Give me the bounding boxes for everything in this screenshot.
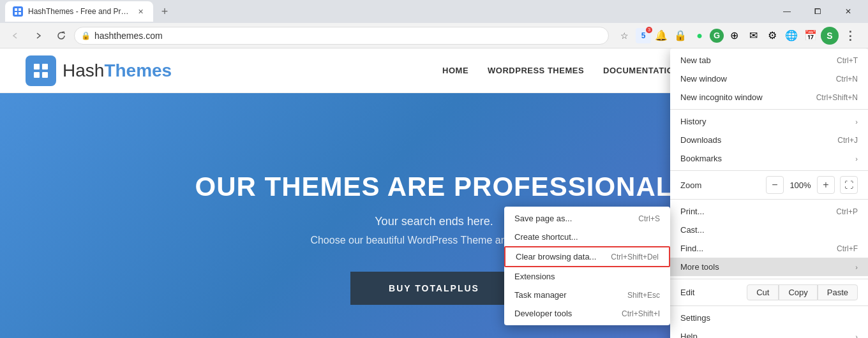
new-tab-button[interactable]: + [156,3,174,20]
paste-button[interactable]: Paste [818,284,858,300]
logo-icon [26,55,56,86]
menu-find[interactable]: Find... Ctrl+F [670,239,868,258]
menu-settings[interactable]: Settings [670,309,868,327]
ext-icon-10[interactable]: 📅 [802,27,819,45]
submenu-clear-browsing[interactable]: Clear browsing data... Ctrl+Shift+Del [504,246,670,267]
extensions-area: ☆ 5 3 🔔 🔒 ● G ⊕ ✉ ⚙ 🌐 📅 S ⋮ [611,26,863,46]
site-logo: HashThemes [26,55,172,86]
bookmark-star-button[interactable]: ☆ [614,26,634,46]
chrome-menu-button[interactable]: ⋮ [840,26,860,46]
hero-cta-button[interactable]: BUY TOTALPLUS [350,272,518,305]
zoom-control: Zoom − 100% + ⛶ [670,173,868,196]
reload-button[interactable] [51,26,71,46]
content-area: HashThemes HOME WORDPRESS THEMES DOCUMEN… [0,48,868,338]
ext-icon-9[interactable]: 🌐 [782,27,800,45]
menu-history[interactable]: History › [670,112,868,131]
ext-icon-8[interactable]: ⚙ [763,27,781,45]
menu-divider-2 [670,170,868,171]
hero-title: OUR THEMES ARE PROFESSIONAL [195,172,673,202]
submenu-task-manager[interactable]: Task manager Shift+Esc [504,286,670,304]
zoom-value: 100% [789,180,812,190]
zoom-minus-button[interactable]: − [766,176,784,194]
menu-bookmarks[interactable]: Bookmarks › [670,149,868,168]
more-tools-submenu: Save page as... Ctrl+S Create shortcut..… [504,207,670,325]
ext-icon-1[interactable]: 5 3 [636,28,651,43]
svg-rect-2 [15,12,17,15]
svg-rect-6 [34,72,40,78]
profile-icon[interactable]: S [821,27,839,45]
logo-text: HashThemes [63,61,172,81]
navigation-bar: 🔒 hashthemes.com ☆ 5 3 🔔 🔒 ● G ⊕ ✉ ⚙ 🌐 📅… [0,23,868,48]
browser-tab[interactable]: HashThemes - Free and Premium... ✕ [5,1,153,22]
address-bar[interactable]: 🔒 hashthemes.com [74,27,609,45]
submenu-create-shortcut[interactable]: Create shortcut... [504,228,670,246]
menu-help[interactable]: Help › [670,327,868,338]
menu-new-tab[interactable]: New tab Ctrl+T [670,51,868,70]
tab-title: HashThemes - Free and Premium... [28,7,130,16]
svg-rect-7 [42,72,48,78]
svg-rect-4 [34,64,40,70]
submenu-developer-tools[interactable]: Developer tools Ctrl+Shift+I [504,304,670,323]
cut-button[interactable]: Cut [747,284,779,300]
hero-subtitle: Your search ends here. [375,215,493,228]
menu-divider-3 [670,199,868,200]
maximize-button[interactable]: ⧠ [803,1,832,22]
title-bar: HashThemes - Free and Premium... ✕ + — ⧠… [0,0,868,23]
ext-icon-5[interactable]: G [710,29,724,43]
menu-new-incognito[interactable]: New incognito window Ctrl+Shift+N [670,88,868,107]
forward-button[interactable] [28,26,49,46]
lock-icon: 🔒 [81,31,91,40]
chrome-dropdown-menu: New tab Ctrl+T New window Ctrl+N New inc… [670,48,868,338]
tab-favicon [13,6,23,17]
menu-more-tools[interactable]: More tools › [670,258,868,276]
back-button[interactable] [5,26,26,46]
nav-home[interactable]: HOME [442,66,468,75]
browser-window: HashThemes - Free and Premium... ✕ + — ⧠… [0,0,868,338]
ext-icon-7[interactable]: ✉ [744,27,762,45]
menu-divider-4 [670,279,868,279]
menu-divider-1 [670,109,868,110]
ext-icon-6[interactable]: ⊕ [725,27,743,45]
zoom-plus-button[interactable]: + [817,176,835,194]
zoom-fullscreen-button[interactable]: ⛶ [840,176,858,194]
window-controls: — ⧠ ✕ [772,1,863,22]
copy-button[interactable]: Copy [779,284,817,300]
url-text: hashthemes.com [94,31,602,41]
close-button[interactable]: ✕ [834,1,863,22]
submenu-extensions[interactable]: Extensions [504,267,670,286]
edit-row: Edit Cut Copy Paste [670,282,868,303]
menu-cast[interactable]: Cast... [670,221,868,239]
menu-new-window[interactable]: New window Ctrl+N [670,70,868,88]
svg-rect-0 [15,8,17,11]
ext-icon-3[interactable]: 🔒 [671,27,689,45]
submenu-save-page[interactable]: Save page as... Ctrl+S [504,209,670,228]
ext-icon-4[interactable]: ● [691,27,708,45]
svg-rect-5 [42,64,48,70]
menu-print[interactable]: Print... Ctrl+P [670,202,868,221]
svg-rect-3 [19,12,21,15]
minimize-button[interactable]: — [772,1,802,22]
tab-close-button[interactable]: ✕ [135,6,146,17]
edit-buttons: Cut Copy Paste [747,284,858,300]
menu-downloads[interactable]: Downloads Ctrl+J [670,131,868,149]
nav-wordpress-themes[interactable]: WORDPRESS THEMES [488,66,584,75]
menu-divider-5 [670,305,868,306]
svg-rect-1 [19,8,21,11]
ext-icon-2[interactable]: 🔔 [652,27,670,45]
